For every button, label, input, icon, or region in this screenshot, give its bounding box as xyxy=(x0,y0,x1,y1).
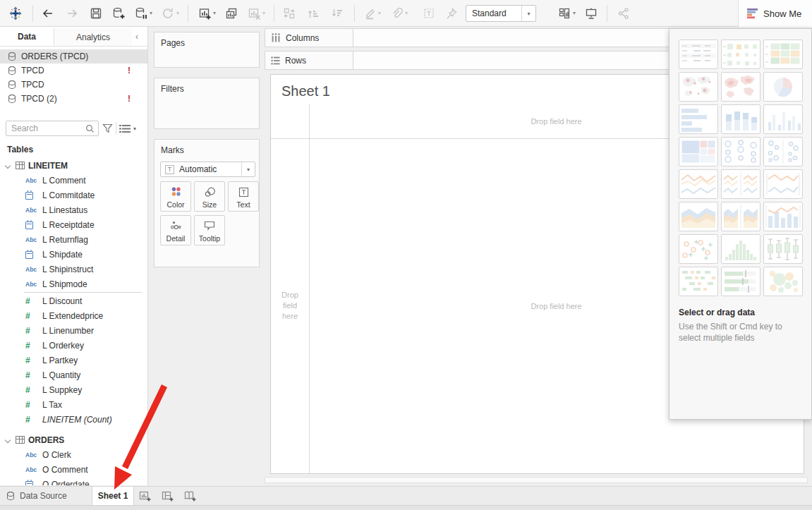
field-row[interactable]: #L Discount xyxy=(0,293,147,308)
showme-gantt[interactable] xyxy=(679,267,718,296)
showme-circle-views[interactable] xyxy=(721,137,761,166)
showme-dual-combination[interactable] xyxy=(763,202,803,231)
field-row[interactable]: AbcO Clerk xyxy=(0,447,147,462)
new-worksheet-button[interactable] xyxy=(198,6,212,20)
fit-select-caret[interactable]: ▾ xyxy=(521,6,535,21)
drop-zone-rows[interactable]: Drop field here xyxy=(271,138,309,473)
filter-fields-icon[interactable] xyxy=(102,123,113,133)
search-box[interactable] xyxy=(6,121,99,136)
mark-type-dropdown[interactable]: T Automatic ▾ xyxy=(160,162,255,177)
share-workbook-button[interactable] xyxy=(617,6,631,20)
field-row[interactable]: AbcO Comment xyxy=(0,462,147,477)
field-row[interactable]: AbcL Shipinstruct xyxy=(0,262,147,277)
save-button[interactable] xyxy=(89,6,103,20)
field-row[interactable]: #L Linenumber xyxy=(0,323,147,338)
field-row[interactable]: L Receiptdate xyxy=(0,217,147,232)
tooltip-button[interactable]: Tooltip xyxy=(194,215,225,245)
tab-data[interactable]: Data xyxy=(0,28,54,46)
showme-discrete-lines[interactable] xyxy=(721,169,761,199)
showme-treemap[interactable] xyxy=(679,137,718,166)
new-story-tab-button[interactable] xyxy=(179,487,202,505)
field-row[interactable]: #L Quantity xyxy=(0,368,147,382)
cards-dropdown-caret[interactable]: ▾ xyxy=(573,11,576,16)
showme-box-and-whisker[interactable] xyxy=(763,234,803,264)
new-data-source-button[interactable] xyxy=(111,6,126,20)
sort-descending-button[interactable] xyxy=(330,6,344,20)
swap-rows-columns-button[interactable] xyxy=(282,6,296,20)
field-row[interactable]: AbcL Shipmode xyxy=(0,277,147,291)
mark-type-caret[interactable]: ▾ xyxy=(241,162,255,176)
sheet1-tab[interactable]: Sheet 1 xyxy=(92,487,134,505)
field-row[interactable]: #L Suppkey xyxy=(0,382,147,397)
field-row[interactable]: L Commitdate xyxy=(0,188,147,202)
new-worksheet-dropdown-caret[interactable]: ▾ xyxy=(213,11,216,16)
field-row[interactable]: #L Orderkey xyxy=(0,338,147,353)
showme-dual-lines[interactable] xyxy=(763,169,803,199)
view-options-icon[interactable] xyxy=(119,124,131,133)
search-input[interactable] xyxy=(6,123,85,133)
field-row[interactable]: O Orderdate xyxy=(0,477,147,485)
datasource-item[interactable]: TPCD (2)! xyxy=(0,92,147,106)
showme-side-by-side-circles[interactable] xyxy=(763,137,803,166)
showme-continuous-lines[interactable] xyxy=(679,169,718,199)
refresh-dropdown-caret[interactable]: ▾ xyxy=(176,11,179,16)
field-row[interactable]: AbcL Linestatus xyxy=(0,202,147,217)
pause-dropdown-caret[interactable]: ▾ xyxy=(150,11,152,16)
showme-stacked-bars[interactable] xyxy=(721,104,761,134)
presentation-mode-button[interactable] xyxy=(584,6,598,20)
tab-analytics[interactable]: Analytics xyxy=(54,28,132,46)
chevron-down-icon[interactable] xyxy=(5,162,11,168)
showme-bullet-graph[interactable] xyxy=(721,267,761,296)
show-mark-labels-button[interactable] xyxy=(422,6,436,20)
text-button[interactable]: Text xyxy=(228,181,259,212)
showme-filled-map[interactable] xyxy=(721,72,761,102)
field-row[interactable]: AbcL Comment xyxy=(0,173,147,188)
field-row[interactable]: AbcL Returnflag xyxy=(0,232,147,247)
group-dropdown-caret[interactable]: ▾ xyxy=(405,11,408,16)
showme-pie-chart[interactable] xyxy=(763,72,803,102)
showme-discrete-area[interactable] xyxy=(721,202,761,231)
filters-card[interactable]: Filters xyxy=(154,78,260,129)
sort-ascending-button[interactable] xyxy=(306,6,320,20)
back-button[interactable] xyxy=(41,6,55,20)
showme-horizontal-bars[interactable] xyxy=(679,104,718,134)
showme-side-by-side-bars[interactable] xyxy=(763,104,803,134)
data-source-tab[interactable]: Data Source xyxy=(0,487,92,505)
pages-card[interactable]: Pages xyxy=(154,32,260,68)
show-hide-cards-button[interactable] xyxy=(557,6,571,20)
fit-select[interactable]: Standard ▾ xyxy=(466,5,536,22)
view-options-caret[interactable]: ▾ xyxy=(133,126,136,132)
datasource-item[interactable]: ORDERS (TPCD) xyxy=(0,49,147,63)
datasource-item[interactable]: TPCD! xyxy=(0,63,147,78)
refresh-data-source-button[interactable] xyxy=(161,6,175,20)
highlight-dropdown-caret[interactable]: ▾ xyxy=(378,11,381,16)
showme-text-table[interactable] xyxy=(679,40,718,69)
table-orders[interactable]: ORDERS xyxy=(0,432,147,447)
field-row[interactable]: #L Partkey xyxy=(0,353,147,368)
field-row[interactable]: #L Tax xyxy=(0,397,147,412)
collapse-pane-icon[interactable]: ‹ xyxy=(132,31,142,42)
detail-button[interactable]: Detail xyxy=(160,215,191,245)
datasource-item[interactable]: TPCD xyxy=(0,78,147,92)
showme-histogram[interactable] xyxy=(721,234,761,264)
clear-dropdown-caret[interactable]: ▾ xyxy=(262,11,265,16)
color-button[interactable]: Color xyxy=(160,181,191,212)
new-dashboard-tab-button[interactable] xyxy=(157,487,179,505)
fix-axes-button[interactable] xyxy=(444,6,459,20)
group-members-button[interactable] xyxy=(389,6,404,20)
showme-continuous-area[interactable] xyxy=(679,202,718,231)
forward-button[interactable] xyxy=(65,6,79,20)
field-row[interactable]: L Shipdate xyxy=(0,247,147,262)
horizontal-scrollbar[interactable] xyxy=(265,477,808,483)
duplicate-sheet-button[interactable] xyxy=(224,6,238,20)
new-worksheet-tab-button[interactable] xyxy=(134,487,157,505)
pause-auto-updates-button[interactable] xyxy=(134,6,148,20)
field-row[interactable]: #L Extendedprice xyxy=(0,308,147,323)
show-me-button[interactable]: Show Me xyxy=(738,0,812,27)
showme-highlight-table[interactable] xyxy=(763,40,803,69)
field-row[interactable]: #LINEITEM (Count) xyxy=(0,412,147,427)
clear-sheet-button[interactable] xyxy=(247,6,261,20)
size-button[interactable]: Size xyxy=(194,181,225,212)
showme-scatter-plot[interactable] xyxy=(679,234,718,264)
showme-symbol-map[interactable] xyxy=(679,72,718,102)
